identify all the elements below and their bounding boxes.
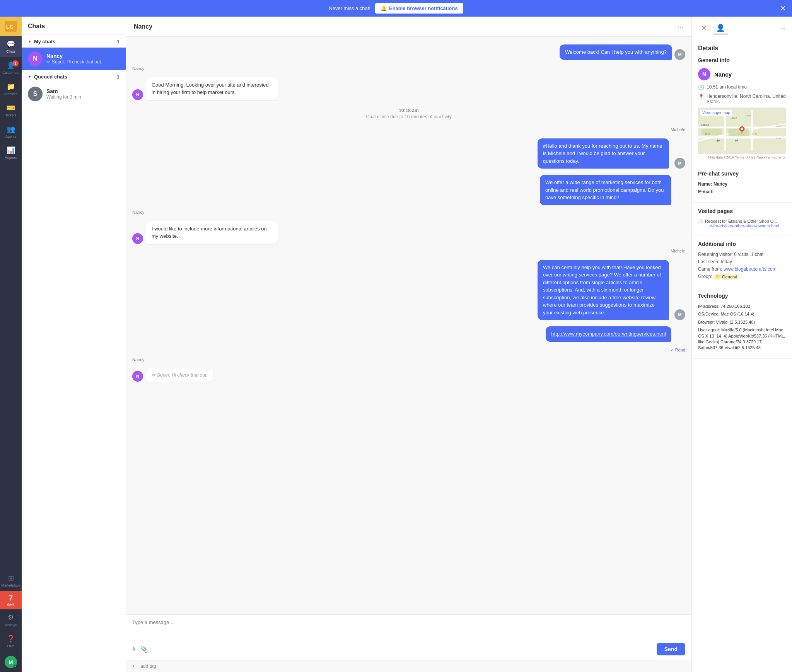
enable-notifications-button[interactable]: 🔔 Enable browser notifications [375,3,463,14]
details-name: Nancy [714,71,732,78]
sidebar-item-agents[interactable]: 👥 Agents [0,121,22,142]
nancy-avatar: N [28,51,43,66]
queued-chats-section-header[interactable]: ▼ Queued chats 1 [22,70,126,83]
sidebar-item-customers[interactable]: 👤 Customers 1 [0,57,22,78]
details-panel: ✕ 👤 ··· Details General info N Nancy 🕙 1… [691,17,792,672]
sidebar-item-avatar[interactable]: M [0,652,22,672]
writing-services-link[interactable]: http://www.mycompany.com/ourwritingservi… [551,331,666,337]
send-button[interactable]: Send [657,643,685,655]
trial-days-item[interactable]: 7 days [0,591,22,609]
my-chats-count: 1 [117,39,119,44]
details-panel-more-button[interactable]: ··· [780,24,786,32]
tab-close[interactable]: ✕ [698,22,710,34]
attach-button[interactable]: 📎 [140,646,148,653]
chat-header-name: Nancy [134,23,152,30]
came-from-link[interactable]: www.blogaboutcrafts.com [724,266,777,272]
local-time-value: 10:51 am local time [707,84,747,90]
add-tag-row[interactable]: + + add tag [126,660,691,672]
hash-button[interactable]: # [132,646,136,653]
messages-container[interactable]: Welcome back! Can I help you with anythi… [126,37,691,614]
sidebar-item-help-label: Help [7,644,15,648]
pencil-icon: ✏ [46,59,50,65]
agent-avatar-welcome: M [674,49,685,60]
page-icon: 📄 [698,219,703,224]
message-row-welcome: Welcome back! Can I help you with anythi… [132,44,685,60]
message-bubble-welcome: Welcome back! Can I help you with anythi… [560,44,672,60]
message-bubble-link: http://www.mycompany.com/ourwritingservi… [546,326,671,342]
chat-list-panel: Chats ▼ My chats 1 N Nancy ✏ Super. I'll… [22,17,126,672]
os-value: Mac OS (10.14.4) [721,312,754,316]
message-bubble-nancy-2: I would like to include more information… [146,221,278,244]
settings-icon: ⚙ [8,613,14,622]
message-row-michele-2: We offer a wide range of marketing servi… [132,175,685,205]
sidebar-item-help[interactable]: ❓ Help [0,631,22,652]
michele-avatar-2: M [674,309,685,320]
sidebar-item-archives[interactable]: 📁 Archives [0,78,22,100]
sam-chat-name: Sam [46,88,119,94]
message-input-area: # 📎 Send [126,614,691,660]
chat-item-nancy[interactable]: N Nancy ✏ Super. I'll check that out. [22,48,126,70]
chat-header-more-button[interactable]: ··· [677,22,684,31]
sidebar-item-agents-label: Agents [5,135,16,138]
notification-close-button[interactable]: ✕ [780,5,786,12]
location-icon: 📍 [698,94,704,100]
sidebar-item-chats[interactable]: 💬 Chats [0,36,22,57]
my-chats-section-header[interactable]: ▼ My chats 1 [22,35,126,48]
michele-avatar-1: M [674,158,685,169]
sidebar-item-reports[interactable]: 📊 Reports [0,142,22,164]
archives-icon: 📁 [7,82,15,91]
message-input[interactable] [132,619,685,639]
svg-text:1513: 1513 [705,132,710,135]
queued-chats-label: Queued chats [34,74,67,80]
add-tag-label: + add tag [137,663,156,669]
map-container[interactable]: Balfour 1617 1578 1513 1742 1728 1735 26… [698,107,786,154]
browser-row: Browser: Vivaldi (2.5.1525.48) [698,319,786,325]
group-badge: 📁General [713,274,739,280]
sidebar-item-settings[interactable]: ⚙ Settings [0,609,22,631]
returning-visitor-row: Returning visitor: 6 visits, 1 chat [698,252,786,257]
customers-badge: 1 [12,60,19,67]
sidebar-item-tickets[interactable]: 🎫 Tickets [0,100,22,121]
folder-icon: 📁 [715,274,721,279]
prechat-email-label: E-mail: [698,189,713,194]
message-bubble-nancy-1: Good Morning. Looking over your site and… [146,77,278,100]
main-layout: LC 💬 Chats 👤 Customers 1 📁 Archives 🎫 Ti… [0,17,792,672]
svg-text:64: 64 [735,139,738,142]
os-label: OS/Device: [698,312,721,316]
sidebar-item-chats-label: Chats [6,49,15,53]
visited-page-title: Request for Etsians & Other Shop O... [705,219,779,223]
sidebar-item-settings-label: Settings [5,623,17,627]
sidebar-item-reports-label: Reports [5,156,17,160]
group-row: Group: 📁General [698,274,786,280]
nancy-sender-label-1: Nancy [132,66,685,71]
chat-list-header: Chats [22,17,126,35]
tab-person[interactable]: 👤 [713,22,728,34]
my-chats-label: My chats [34,39,56,44]
visited-page-link[interactable]: ...st-for-etsians-other-shop-owners.html [705,223,779,228]
prechat-email-row: E-mail: [698,189,786,194]
chat-area: Nancy ··· Welcome back! Can I help you w… [126,17,691,672]
queued-chats-chevron: ▼ [28,75,32,79]
prechat-survey-section: Pre-chat survey Name: Nancy E-mail: [692,165,792,203]
svg-rect-9 [729,129,749,136]
visited-page-content: Request for Etsians & Other Shop O... ..… [705,219,779,228]
livechat-logo[interactable]: LC [0,17,22,36]
map-credits: Map data ©2019 Terms of Use Report a map… [698,155,786,159]
queued-chats-count: 1 [117,74,119,80]
person-icon: 👤 [716,24,725,32]
message-row-nancy-2: N I would like to include more informati… [132,221,685,244]
message-toolbar-left: # 📎 [132,646,148,653]
sidebar-item-marketplace[interactable]: ⊞ Marketplace [0,570,22,591]
svg-text:1728: 1728 [776,125,781,128]
additional-info-section: Additional info Returning visitor: 6 vis… [692,235,792,287]
user-agent-label: User agent: [698,327,721,332]
system-message-idle: 10:18 am Chat is idle due to 10 minutes … [132,108,685,119]
view-larger-map-link[interactable]: View larger map [700,110,732,116]
visited-pages-section: Visited pages 📄 Request for Etsians & Ot… [692,203,792,235]
sidebar-item-tickets-label: Tickets [5,113,16,117]
chat-item-sam[interactable]: S Sam Waiting for 3 min [22,83,126,105]
general-info-section: General info N Nancy 🕙 10:51 am local ti… [692,52,792,165]
visited-page-item: 📄 Request for Etsians & Other Shop O... … [698,219,786,228]
svg-text:1735: 1735 [776,137,781,140]
nancy-message-avatar-1: N [132,89,143,100]
